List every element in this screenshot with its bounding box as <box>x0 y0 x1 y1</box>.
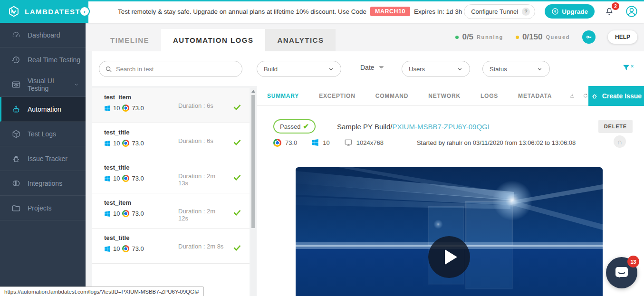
chat-widget-button[interactable]: 13 <box>606 257 637 288</box>
tab-exception[interactable]: EXCEPTION <box>309 93 365 99</box>
sidebar-item-dashboard[interactable]: Dashboard <box>0 23 86 48</box>
started-info: Started by rahulr on 03/11/2020 from 13:… <box>417 139 576 146</box>
status-badge-label: Passed <box>280 123 300 130</box>
queued-stat: 0/150 Queued <box>516 32 570 42</box>
sidebar-item-issue-tracker[interactable]: Issue Tracker <box>0 146 86 171</box>
test-list-item[interactable]: test_title 10 73.0 Duration : 6s <box>92 123 250 158</box>
top-header: Test remotely & stay safe. Upgrade on an… <box>0 0 644 23</box>
running-stat: 0/5 Running <box>455 32 503 42</box>
sidebar-item-visual-ui-testing[interactable]: Visual UI Testing <box>0 72 86 97</box>
sidebar-item-label: Integrations <box>28 180 62 187</box>
delete-button[interactable]: DELETE <box>598 120 633 133</box>
visual-ui-icon <box>11 80 21 89</box>
help-question-icon[interactable]: ? <box>522 8 530 16</box>
os-version: 10 <box>113 105 120 112</box>
users-dropdown[interactable]: Users <box>402 61 470 77</box>
chrome-icon <box>122 245 129 252</box>
user-avatar-icon[interactable] <box>625 5 638 18</box>
os-version: 10 <box>113 175 120 182</box>
tab-metadata[interactable]: METADATA <box>508 93 562 99</box>
chevron-down-icon <box>457 66 463 72</box>
create-issue-bug-icon <box>591 92 598 100</box>
integrations-icon <box>11 179 21 188</box>
filter-lines-icon <box>378 65 385 71</box>
download-icon[interactable] <box>569 92 575 100</box>
date-filter-label: Date <box>360 64 375 71</box>
play-button[interactable] <box>428 236 470 278</box>
build-dropdown[interactable]: Build <box>257 61 341 77</box>
test-list-scrollbar[interactable] <box>250 88 256 296</box>
sidebar-item-test-logs[interactable]: Test Logs <box>0 122 86 146</box>
test-environment: 10 73.0 <box>104 210 250 217</box>
brand-logo[interactable]: LAMBDATEST <box>0 0 88 23</box>
search-box <box>99 61 242 77</box>
help-button[interactable]: HELP <box>608 30 637 44</box>
test-list-item[interactable]: test_title 10 73.0 Duration : 2m 8s <box>92 229 250 264</box>
promo-text: Test remotely & stay safe. Upgrade on an… <box>118 8 366 15</box>
passed-check-icon <box>233 210 241 216</box>
refresh-icon[interactable] <box>583 92 588 100</box>
configure-tunnel-button[interactable]: Configure Tunnel ? <box>464 4 535 19</box>
sidebar-item-label: Automation <box>28 105 61 113</box>
running-value: 0/5 <box>462 32 473 42</box>
os-version: 10 <box>113 140 120 147</box>
dashboard-icon <box>11 30 21 40</box>
status-dropdown-label: Status <box>490 66 507 73</box>
scroll-up-arrow[interactable] <box>251 90 255 93</box>
test-id-link[interactable]: PXIUM-MSBB7-ZPU6Y-09QGI <box>392 123 490 131</box>
tab-analytics[interactable]: ANALYTICS <box>265 29 336 51</box>
sidebar-item-label: Test Logs <box>28 130 56 138</box>
detail-tab-bar: SUMMARY EXCEPTION COMMAND NETWORK LOGS M… <box>257 86 644 106</box>
os-version: 10 <box>113 245 120 252</box>
test-environment: 10 73.0 <box>104 175 250 182</box>
bug-icon <box>11 154 21 163</box>
build-dropdown-label: Build <box>264 66 278 73</box>
test-list-item[interactable]: test_title 10 73.0 Duration : 2m 13s <box>92 158 250 193</box>
tab-automation-logs[interactable]: AUTOMATION LOGS <box>161 29 265 51</box>
tab-logs[interactable]: LOGS <box>471 93 508 99</box>
meta-browser-version: 73.0 <box>285 139 297 146</box>
tab-command[interactable]: COMMAND <box>365 93 419 99</box>
test-list-item[interactable]: test_item 10 73.0 Duration : 2m 12s <box>92 193 250 229</box>
tab-network[interactable]: NETWORK <box>418 93 471 99</box>
sidebar-collapse-button[interactable]: ‹ <box>79 6 90 17</box>
header-actions: Configure Tunnel ? Upgrade 2 <box>464 0 638 23</box>
filter-bar: Build Date Users Status × <box>92 51 644 86</box>
test-duration: Duration : 2m 13s <box>178 173 226 187</box>
create-issue-label: Create Issue <box>602 92 642 100</box>
test-list: test_item 10 73.0 Duration : 6s test_tit… <box>92 88 250 296</box>
status-dropdown[interactable]: Status <box>482 61 550 77</box>
date-filter[interactable]: Date <box>360 64 385 71</box>
upgrade-button[interactable]: Upgrade <box>545 4 595 19</box>
tab-summary[interactable]: SUMMARY <box>257 93 309 99</box>
sidebar-item-real-time-testing[interactable]: Real Time Testing <box>0 48 86 72</box>
automation-n-icon[interactable]: ∩ <box>614 135 626 148</box>
notifications-button[interactable]: 2 <box>604 5 615 18</box>
lambdatest-logo-icon <box>8 5 20 18</box>
chrome-icon <box>122 210 129 217</box>
upgrade-arrow-icon <box>551 8 559 15</box>
sidebar-item-automation[interactable]: Automation <box>0 97 86 122</box>
browser-version: 73.0 <box>132 140 144 147</box>
test-meta-row: 73.0 10 1024x768 Started by rahulr on 03… <box>273 138 576 147</box>
key-icon <box>585 33 593 41</box>
promo-banner: Test remotely & stay safe. Upgrade on an… <box>118 0 489 23</box>
access-key-button[interactable] <box>582 30 596 44</box>
tab-timeline[interactable]: TIMELINE <box>98 29 161 51</box>
test-video-player[interactable] <box>296 167 603 296</box>
sidebar-item-label: Visual UI Testing <box>28 77 67 92</box>
passed-check-icon <box>233 245 241 251</box>
concurrency-stats: 0/5 Running 0/150 Queued HELP <box>455 23 644 51</box>
test-list-item[interactable]: test_item 10 73.0 Duration : 6s <box>92 88 250 123</box>
search-input[interactable] <box>116 66 236 73</box>
scrollbar-thumb[interactable] <box>251 95 255 228</box>
create-issue-button[interactable]: Create Issue <box>588 86 644 106</box>
folder-icon <box>11 203 21 213</box>
queued-value: 0/150 <box>522 32 543 42</box>
clear-filters-button[interactable]: × <box>622 64 634 72</box>
sidebar-item-projects[interactable]: Projects <box>0 196 86 220</box>
queued-dot <box>516 36 519 39</box>
configure-tunnel-label: Configure Tunnel <box>471 8 518 15</box>
test-duration: Duration : 2m 8s <box>178 243 226 250</box>
sidebar-item-integrations[interactable]: Integrations <box>0 171 86 196</box>
